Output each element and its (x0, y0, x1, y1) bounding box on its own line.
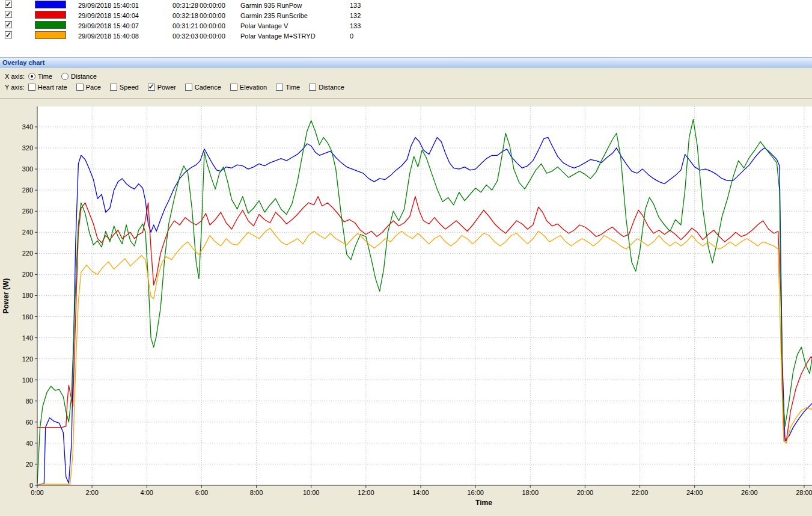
y-tick-label: 60 (26, 419, 33, 426)
activity-offset: 00:00:00 (200, 11, 225, 21)
x-axis-title: Time (475, 499, 492, 507)
series-color-swatch (35, 21, 66, 29)
activity-value: 133 (350, 21, 361, 31)
x-tick-label: 2:00 (85, 489, 98, 496)
x-tick-label: 6:00 (195, 489, 208, 496)
y-axis-option-cadence[interactable]: Cadence (185, 84, 221, 91)
checkbox-power-label: Power (157, 84, 176, 91)
y-tick-label: 260 (22, 207, 33, 215)
series-color-swatch (35, 31, 66, 39)
x-axis-option-distance[interactable]: Distance (61, 73, 97, 80)
activity-datetime: 29/09/2018 15:40:01 (78, 1, 139, 11)
checkbox-elevation-label: Elevation (240, 84, 267, 91)
table-row: 29/09/2018 15:40:04 00:32:18 00:00:00 Ga… (0, 11, 812, 21)
x-tick-label: 22:00 (632, 489, 649, 496)
activity-duration: 00:31:28 (172, 1, 198, 11)
x-tick-label: 4:00 (141, 489, 153, 496)
y-tick-label: 0 (29, 482, 33, 489)
x-tick-label: 10:00 (303, 489, 320, 496)
x-tick-label: 12:00 (358, 489, 374, 496)
activity-device: Garmin 935 RunPow (240, 1, 302, 11)
y-tick-label: 340 (22, 123, 33, 131)
checkbox-elevation[interactable] (230, 84, 237, 91)
radio-time-label: Time (38, 73, 52, 80)
y-tick-label: 200 (22, 271, 33, 278)
activity-datetime: 29/09/2018 15:40:04 (78, 11, 139, 21)
activity-value: 132 (350, 11, 361, 21)
y-tick-label: 180 (22, 292, 33, 299)
y-tick-label: 320 (22, 144, 33, 152)
y-axis-title: Power (W) (2, 278, 10, 314)
checkbox-distance[interactable] (309, 84, 316, 91)
section-title: Overlay chart (2, 59, 44, 66)
activity-device: Polar Vantage V (240, 21, 288, 31)
y-tick-label: 160 (22, 313, 33, 321)
y-axis-option-elevation[interactable]: Elevation (230, 84, 267, 91)
activity-device: Polar Vantage M+STRYD (240, 31, 316, 41)
checkbox-heart-rate[interactable] (28, 84, 35, 91)
y-tick-label: 140 (22, 334, 33, 342)
checkbox-pace[interactable] (76, 84, 84, 91)
activity-datetime: 29/09/2018 15:40:08 (78, 31, 139, 41)
row-checkbox[interactable] (5, 11, 12, 18)
y-tick-label: 220 (22, 250, 33, 257)
row-checkbox[interactable] (5, 31, 12, 38)
checkbox-distance-label: Distance (319, 84, 344, 91)
activity-value: 133 (350, 1, 361, 11)
checkbox-speed[interactable] (110, 84, 117, 91)
table-row: 29/09/2018 15:40:01 00:31:28 00:00:00 Ga… (0, 1, 812, 11)
activity-duration: 00:32:18 (172, 11, 198, 21)
y-axis-option-heart-rate[interactable]: Heart rate (28, 84, 67, 91)
activity-duration: 00:32:03 (172, 31, 198, 41)
radio-time[interactable] (28, 73, 35, 80)
series-color-swatch (35, 11, 66, 19)
y-axis-controls: Y axis: Heart rate Pace Speed Power Cade… (5, 84, 350, 91)
y-tick-label: 40 (26, 440, 33, 447)
x-tick-label: 0:00 (31, 489, 43, 496)
x-axis-option-time[interactable]: Time (28, 73, 52, 80)
activity-offset: 00:00:00 (200, 1, 225, 11)
activity-offset: 00:00:00 (200, 31, 225, 41)
y-axis-option-time[interactable]: Time (276, 84, 300, 91)
x-axis-label: X axis: (5, 73, 25, 80)
x-tick-label: 24:00 (686, 489, 703, 496)
checkbox-cadence-label: Cadence (195, 84, 221, 91)
y-axis-option-speed[interactable]: Speed (110, 84, 139, 91)
activity-duration: 00:31:21 (172, 21, 198, 31)
row-checkbox[interactable] (5, 1, 12, 8)
checkbox-speed-label: Speed (120, 84, 139, 91)
activity-table: 29/09/2018 15:40:01 00:31:28 00:00:00 Ga… (0, 0, 812, 57)
y-tick-label: 80 (26, 398, 33, 405)
x-tick-label: 14:00 (412, 489, 429, 496)
y-axis-option-power[interactable]: Power (148, 84, 176, 91)
radio-distance-label: Distance (71, 73, 97, 80)
activity-value: 0 (350, 31, 353, 41)
series-color-swatch (35, 1, 66, 8)
radio-distance[interactable] (61, 73, 69, 80)
x-tick-label: 26:00 (741, 489, 758, 496)
x-tick-label: 28:00 (796, 489, 812, 496)
y-axis-label: Y axis: (5, 84, 25, 91)
y-axis-option-pace[interactable]: Pace (76, 84, 101, 91)
overlay-chart-header: Overlay chart (0, 57, 812, 68)
y-tick-label: 20 (26, 461, 33, 468)
row-checkbox[interactable] (5, 21, 12, 28)
x-axis-controls: X axis: Time Distance (5, 73, 102, 80)
table-row: 29/09/2018 15:40:07 00:31:21 00:00:00 Po… (0, 21, 812, 31)
activity-datetime: 29/09/2018 15:40:07 (78, 21, 139, 31)
y-tick-label: 300 (22, 165, 33, 173)
x-tick-label: 8:00 (250, 489, 263, 496)
checkbox-time[interactable] (276, 84, 283, 91)
checkbox-heart-rate-label: Heart rate (38, 84, 67, 91)
x-tick-label: 16:00 (467, 489, 484, 496)
y-axis-option-distance[interactable]: Distance (309, 84, 344, 91)
checkbox-cadence[interactable] (185, 84, 192, 91)
checkbox-time-label: Time (285, 84, 300, 91)
table-row: 29/09/2018 15:40:08 00:32:03 00:00:00 Po… (0, 31, 812, 41)
plot-area (37, 106, 812, 485)
checkbox-power[interactable] (148, 84, 155, 91)
power-line-chart: 0204060801001201401601802002202402602803… (0, 99, 812, 516)
x-tick-label: 18:00 (522, 489, 539, 496)
activity-device: Garmin 235 RunScribe (240, 11, 308, 21)
y-tick-label: 280 (22, 186, 33, 194)
